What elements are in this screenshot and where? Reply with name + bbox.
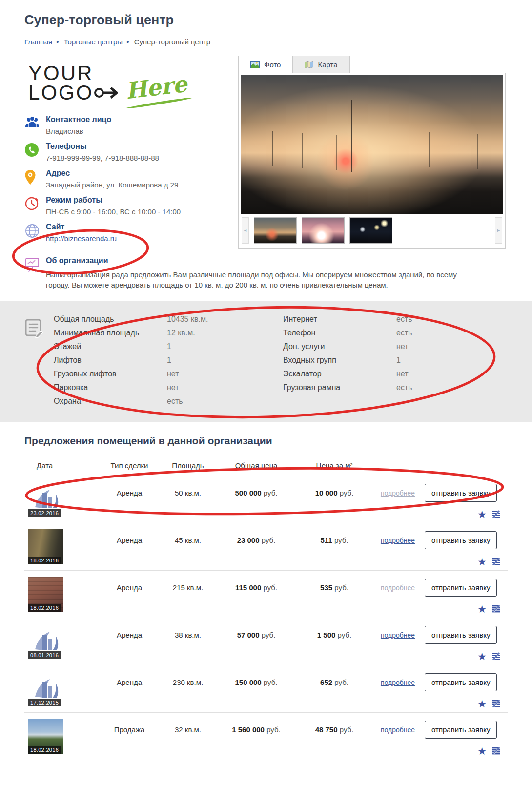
offer-row: 08.01.2016 Аренда 38 кв.м. 57 000 руб. 1… [24,618,508,665]
logo-word-your: YOUR [28,63,123,83]
column-header-type: Тип сделки [98,461,161,470]
offer-area: 45 кв.м. [161,529,215,567]
send-request-button[interactable]: отправить заявку [425,626,497,644]
properties-table: Общая площадь10435 кв.м. Минимальная пло… [54,315,512,411]
offer-thumbnail[interactable]: 18.02.2016 [28,529,63,564]
offer-area: 215 кв.м. [161,577,215,615]
website-link[interactable]: http://biznesarenda.ru [46,234,117,243]
offer-thumbnail[interactable]: 18.02.2016 [28,577,63,612]
compare-note-icon[interactable] [491,652,501,660]
offer-thumbnail[interactable]: 18.02.2016 [28,719,63,754]
offer-type: Продажа [98,719,161,757]
contact-person-section: Контактное лицо Владислав [24,115,235,135]
details-link[interactable]: подробнее [381,537,415,544]
tab-map[interactable]: Карта [293,56,349,73]
offer-row-actions: ★ [477,604,501,614]
details-link[interactable]: подробнее [381,679,415,686]
offer-thumbnail[interactable]: 17.12.2015 [28,671,63,706]
property-row: Входных групп1 [283,356,512,365]
breadcrumb-separator-icon: ▸ [127,39,130,45]
compare-note-icon[interactable] [491,700,501,707]
offer-row: 17.12.2015 Аренда 230 кв.м. 150 000 руб.… [24,665,508,712]
people-icon [24,115,46,135]
logo-text: YOUR LOGO [28,63,123,103]
column-header-total-price: Общая цена [215,461,298,470]
logo-arrow-icon [94,86,123,100]
details-link[interactable]: подробнее [381,631,415,639]
favorite-star-icon[interactable]: ★ [477,746,487,756]
offer-price-per-m2: 652 руб. [298,671,371,709]
offer-area: 50 кв.м. [161,482,215,520]
offer-row-actions: ★ [477,651,501,662]
property-row: Охранаесть [54,397,283,406]
carousel-next-button[interactable]: ► [495,217,502,244]
notepad-icon [23,315,54,411]
details-link[interactable]: подробнее [381,489,415,497]
send-request-button[interactable]: отправить заявку [425,673,497,691]
details-link[interactable]: подробнее [381,726,415,734]
tab-map-label: Карта [318,61,337,69]
properties-panel: Общая площадь10435 кв.м. Минимальная пло… [0,301,532,422]
offer-row: 18.02.2016 Аренда 215 кв.м. 115 000 руб.… [24,570,508,618]
clock-icon [24,196,46,216]
contact-person-value: Владислав [46,127,111,135]
carousel-prev-button[interactable]: ◄ [242,217,249,244]
favorite-star-icon[interactable]: ★ [477,651,487,662]
offer-type: Аренда [98,482,161,520]
compare-note-icon[interactable] [491,510,501,518]
phones-title: Телефоны [46,142,159,151]
phones-value: 7-918-999-99-99, 7-918-888-88-88 [46,154,159,162]
tab-photo[interactable]: Фото [238,56,293,73]
property-row: Телефонесть [283,329,512,337]
property-row: Интернетесть [283,315,512,324]
offer-thumbnail[interactable]: 08.01.2016 [28,624,63,659]
offer-type: Аренда [98,577,161,615]
offers-table: Дата Тип сделки Площадь Общая цена Цена … [24,455,508,760]
offer-type: Аренда [98,624,161,662]
photo-thumbnail[interactable] [349,217,392,244]
compare-note-icon[interactable] [491,605,501,613]
website-section: Сайт http://biznesarenda.ru [24,223,235,243]
offer-area: 230 кв.м. [161,671,215,709]
breadcrumb-section-link[interactable]: Торговые центры [64,38,123,46]
photo-thumbnail[interactable] [254,217,297,244]
organization-info-column: YOUR LOGO Here [24,56,235,243]
address-title: Адрес [46,169,178,178]
offers-heading: Предложения помещений в данной организац… [24,435,508,447]
send-request-button[interactable]: отправить заявку [425,579,497,597]
gallery-frame: ◄ ► [238,73,506,249]
offer-type: Аренда [98,671,161,709]
offer-date-badge: 17.12.2015 [28,699,61,706]
contact-person-title: Контактное лицо [46,115,111,124]
working-hours-value: ПН-СБ с 9:00 - 16:00, ВС с 10:00 - 14:00 [46,207,181,216]
gallery-tabs: Фото Карта [238,56,506,73]
working-hours-title: Режим работы [46,196,181,205]
map-pin-icon [24,169,46,189]
logo-word-here: Here [124,71,189,104]
offer-row: 18.02.2016 Аренда 45 кв.м. 23 000 руб. 5… [24,523,508,570]
favorite-star-icon[interactable]: ★ [477,604,487,614]
send-request-button[interactable]: отправить заявку [425,721,497,739]
details-link[interactable]: подробнее [381,584,415,592]
send-request-button[interactable]: отправить заявку [425,531,497,549]
send-request-button[interactable]: отправить заявку [425,484,497,502]
offer-date-badge: 18.02.2016 [28,557,61,564]
compare-note-icon[interactable] [491,558,501,565]
breadcrumb-current: Супер-торговый центр [134,38,211,46]
photo-thumbnail[interactable] [302,217,345,244]
main-photo [241,75,503,214]
favorite-star-icon[interactable]: ★ [477,699,487,709]
website-title: Сайт [46,223,117,231]
address-value: Западный район, ул. Кошемирова д 29 [46,181,178,189]
offer-row-actions: ★ [477,746,501,756]
breadcrumb-home-link[interactable]: Главная [24,38,52,46]
favorite-star-icon[interactable]: ★ [477,557,487,567]
property-row: Доп. услугинет [283,342,512,351]
favorite-star-icon[interactable]: ★ [477,509,487,519]
about-title: Об организации [46,256,480,265]
offer-price-per-m2: 10 000 руб. [298,482,371,520]
offer-thumbnail[interactable]: 23.02.2016 [28,482,63,517]
offer-date-badge: 18.02.2016 [28,746,61,754]
about-section: Об организации Наша организация рада пре… [24,256,508,290]
compare-note-icon[interactable] [491,747,501,755]
